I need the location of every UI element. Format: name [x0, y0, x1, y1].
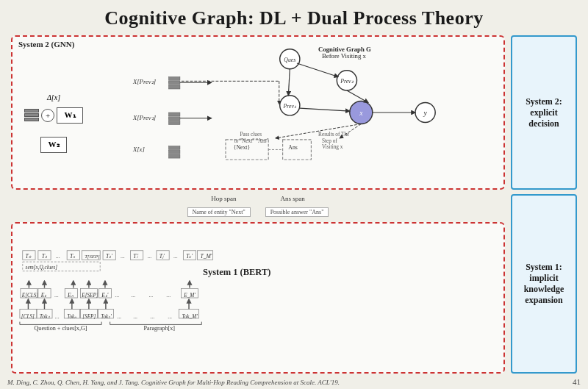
slide-container: Cognitive Graph: DL + Dual Process Theor…	[0, 0, 588, 389]
svg-line-22	[288, 69, 290, 96]
svg-text:...: ...	[117, 313, 121, 320]
span-labels: Hop span Ans span	[11, 195, 505, 202]
system2-label-line2: explicit	[530, 107, 557, 118]
svg-text:Tⱼ': Tⱼ'	[159, 253, 165, 260]
system2-label-line3: decision	[528, 118, 559, 129]
system2-box: System 2 (GNN) Δ[x] + W₁	[11, 35, 505, 190]
svg-text:y: y	[423, 109, 427, 117]
svg-text:T₀: T₀	[26, 253, 32, 260]
svg-text:...: ...	[168, 313, 172, 320]
svg-rect-8	[168, 85, 180, 89]
system2-label-inside: System 2 (GNN)	[18, 40, 74, 49]
svg-text:...: ...	[166, 292, 171, 299]
svg-text:System 1 (BERT): System 1 (BERT)	[203, 267, 270, 277]
svg-text:...: ...	[148, 292, 153, 299]
svg-text:Paragraph[x]: Paragraph[x]	[144, 325, 176, 332]
svg-text:...: ...	[131, 292, 135, 299]
system2-right-label: System 2: explicit decision	[511, 35, 577, 190]
svg-text:T[SEP]: T[SEP]	[85, 254, 100, 260]
system1-right-label: System 1: implicit knowledge expansion	[511, 194, 577, 374]
svg-text:...: ...	[54, 292, 59, 299]
svg-text:T_M': T_M'	[200, 253, 212, 260]
svg-text:Tokₙ: Tokₙ	[67, 314, 76, 320]
svg-rect-28	[168, 146, 180, 150]
svg-text:Ans: Ans	[288, 144, 298, 151]
gnn-left-panel: Δ[x] + W₁ W₂	[17, 53, 90, 184]
system1-label-line4: expansion	[525, 295, 562, 306]
svg-text:Prev₂: Prev₂	[340, 78, 354, 85]
svg-text:Question + clues[x,G]: Question + clues[x,G]	[34, 325, 87, 332]
svg-text:Tₖ': Tₖ'	[186, 253, 193, 260]
svg-text:Visiting x: Visiting x	[322, 144, 343, 150]
svg-rect-11	[168, 121, 180, 125]
svg-text:sem[x,Q,clues]: sem[x,Q,clues]	[26, 265, 58, 271]
svg-text:Tok_M': Tok_M'	[182, 314, 198, 320]
system1-label-line1: System 1:	[526, 262, 562, 273]
entity-labels: Name of entity "Next" Possible answer "A…	[11, 207, 505, 217]
w2-block: W₂	[40, 137, 67, 153]
right-labels: System 2: explicit decision System 1: im…	[511, 35, 577, 374]
svg-text:T₁: T₁	[42, 253, 47, 260]
svg-rect-30	[168, 154, 180, 158]
svg-rect-29	[168, 150, 180, 154]
system1-label-line3: knowledge	[524, 284, 564, 295]
svg-text:[SEP]: [SEP]	[82, 314, 96, 320]
svg-text:[CLS]: [CLS]	[21, 314, 35, 320]
svg-text:...: ...	[173, 253, 178, 260]
system1-box: T₀ T₁ ... Tₙ T[SEP] sem[x,Q,clues] T₁' .	[11, 222, 505, 374]
svg-text:...: ...	[133, 313, 137, 320]
page-number: 41	[573, 377, 581, 386]
svg-text:Tᵢ': Tᵢ'	[133, 253, 138, 260]
w1-block: W₁	[57, 107, 83, 124]
svg-text:...: ...	[115, 292, 119, 299]
svg-text:{Next}: {Next}	[234, 144, 251, 151]
svg-rect-7	[168, 81, 180, 85]
plus-circle: +	[41, 109, 54, 122]
svg-text:Prev₁: Prev₁	[283, 103, 296, 110]
hop-span-label: Hop span	[211, 195, 236, 202]
svg-line-23	[297, 63, 338, 76]
svg-text:Before Visiting x: Before Visiting x	[322, 52, 366, 60]
system1-label-line2: implicit	[529, 273, 558, 284]
svg-text:Tₙ: Tₙ	[70, 253, 76, 260]
svg-text:Tok₁': Tok₁'	[101, 314, 112, 320]
system2-diagram-svg: Cognitive Graph G Before Visiting x X[Pr…	[95, 41, 499, 184]
svg-text:X[Prev₂]: X[Prev₂]	[132, 78, 156, 85]
delta-x-label: Δ[x]	[47, 93, 60, 101]
svg-text:Pass clues: Pass clues	[240, 132, 262, 138]
svg-text:to "Next" "Ans": to "Next" "Ans"	[234, 138, 269, 144]
svg-text:Ques: Ques	[284, 57, 295, 63]
svg-text:Step of: Step of	[322, 138, 337, 144]
slide-title: Cognitive Graph: DL + Dual Process Theor…	[11, 7, 577, 29]
system2-label-line1: System 2:	[526, 96, 562, 107]
svg-text:...: ...	[55, 313, 60, 320]
svg-line-24	[347, 90, 368, 102]
svg-text:Tok₁: Tok₁	[40, 313, 50, 320]
diagram-area: System 2 (GNN) Δ[x] + W₁	[11, 35, 505, 374]
citation: M. Ding, C. Zhou, Q. Chen, H. Yang, and …	[7, 379, 340, 386]
svg-text:...: ...	[56, 253, 60, 260]
svg-text:Cognitive Graph G: Cognitive Graph G	[318, 46, 371, 53]
svg-text:...: ...	[150, 313, 154, 320]
main-content: System 2 (GNN) Δ[x] + W₁	[11, 35, 577, 374]
svg-rect-10	[168, 117, 180, 121]
svg-text:X[x]: X[x]	[132, 146, 145, 153]
name-entity-label: Name of entity "Next"	[187, 207, 251, 217]
svg-text:...: ...	[147, 253, 151, 260]
svg-text:...: ...	[121, 253, 125, 260]
possible-answer-label: Possible answer "Ans"	[265, 207, 329, 217]
svg-text:X[Prev₁]: X[Prev₁]	[132, 114, 156, 121]
svg-rect-9	[168, 113, 180, 116]
svg-rect-6	[168, 77, 180, 81]
svg-text:x: x	[359, 109, 363, 117]
svg-text:T₁': T₁'	[106, 253, 112, 260]
ans-span-label: Ans span	[281, 195, 305, 202]
svg-line-25	[300, 108, 350, 111]
